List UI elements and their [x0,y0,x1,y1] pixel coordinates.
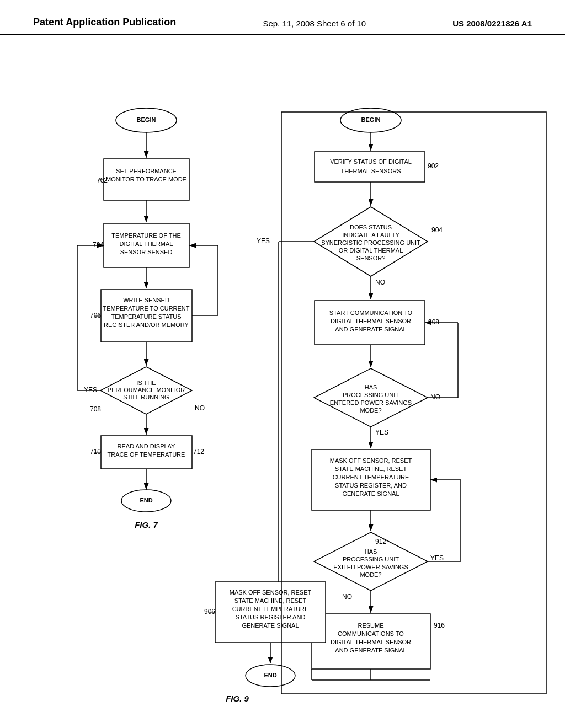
fig9-916-line2: COMMUNICATIONS TO [338,630,404,637]
fig7-label710: 710 [90,448,101,456]
flowchart-svg: BEGIN SET PERFORMANCE MONITOR TO TRACE M… [0,40,565,702]
fig9-begin-label: BEGIN [361,116,381,123]
fig9-906-line5: GENERATE SIGNAL [242,622,299,629]
fig7-begin-label: BEGIN [137,116,156,123]
fig7-yes: YES [84,386,97,394]
page: Patent Application Publication Sep. 11, … [0,0,565,728]
fig7-710-line1: READ AND DISPLAY [118,443,176,449]
fig9-916-line3: DIGITAL THERMAL SENSOR [331,639,411,645]
fig9-904-line2: INDICATE A FAULTY [342,232,399,238]
fig9-912-line2: PROCESSING UNIT [343,556,399,563]
fig9-caption: FIG. 9 [226,694,249,702]
fig7-706-line3: TEMPERATURE STATUS [111,313,181,320]
fig9-910-line2: PROCESSING UNIT [343,392,399,398]
fig7-704-line1: TEMPERATURE OF THE [111,232,181,239]
fig7-708-line1: IS THE [136,379,156,386]
fig9-911-line3: CURRENT TEMPERATURE [333,474,409,480]
fig9-906-line1: MASK OFF SENSOR, RESET [230,589,312,596]
fig9-label906: 906 [204,608,215,615]
fig9-904-no: NO [375,279,385,286]
fig9-910-line3: ENTERED POWER SAVINGS [330,399,412,406]
header-patent-number: US 2008/0221826 A1 [452,19,532,28]
fig9-label908: 908 [428,318,439,326]
fig7-label712: 712 [193,448,204,456]
fig9-904-yes: YES [257,237,270,245]
fig7-708-line2: PERFORMANCE MONITOR [108,387,185,393]
fig7-caption: FIG. 7 [135,520,158,529]
header: Patent Application Publication Sep. 11, … [0,0,565,35]
fig9-910-line1: HAS [365,384,377,390]
fig7-706-line4: REGISTER AND/OR MEMORY [104,322,189,328]
fig9-911-line5: GENERATE SIGNAL [342,490,399,497]
fig9-912-line3: EXITED POWER SAVINGS [333,564,408,570]
fig7-end-label: END [140,497,152,504]
fig9-label902: 902 [428,162,439,170]
fig9-908-line2: DIGITAL THERMAL SENSOR [331,318,411,324]
fig7-708-line3: STILL RUNNING [123,394,169,400]
fig7-704-line2: DIGITAL THERMAL [120,240,173,247]
fig7-706-line2: TEMPERATURE TO CURRENT [103,305,189,312]
fig7-702-line2: MONITOR TO TRACE MODE [106,176,186,183]
fig9-911-line4: STATUS REGISTER, AND [335,482,407,489]
fig7-706-line1: WRITE SENSED [123,297,169,303]
fig9-912-line1: HAS [365,548,377,555]
fig9-911-line2: STATE MACHINE, RESET [335,465,407,472]
fig9-904-line3: SYNERGISTIC PROCESSING UNIT [321,239,420,246]
fig9-908-line1: START COMMUNICATION TO [329,309,413,316]
fig9-904-line5: SENSOR? [356,255,386,261]
fig7-no: NO [195,404,205,412]
fig9-902-line1: VERIFY STATUS OF DIGITAL [330,158,412,165]
fig9-label916: 916 [434,622,445,629]
fig7-label704: 704 [93,241,104,249]
fig9-904-line1: DOES STATUS [350,224,392,231]
fig9-916-line1: RESUME [358,622,383,629]
fig9-910-yes: YES [375,429,388,436]
fig7-710-line2: TRACE OF TEMPERATURE [108,451,185,458]
fig9-906-line3: CURRENT TEMPERATURE [232,606,309,612]
fig7-label708: 708 [90,405,101,413]
fig9-label910: NO [430,393,440,401]
fig9-912-line4: MODE? [360,571,381,578]
fig9-902-line2: THERMAL SENSORS [340,168,401,174]
fig9-912-yes: YES [430,554,444,562]
fig9-906-line4: STATUS REGISTER AND [236,614,306,620]
fig9-916-line4: AND GENERATE SIGNAL [335,647,406,654]
fig9-label912: 912 [375,538,386,545]
fig9-end-label: END [264,672,276,678]
fig9-910-line4: MODE? [360,407,381,414]
fig9-912-no: NO [342,593,352,601]
fig9-908-line3: AND GENERATE SIGNAL [335,326,406,333]
header-date-sheet: Sep. 11, 2008 Sheet 6 of 10 [263,19,366,28]
header-publication: Patent Application Publication [33,17,176,28]
fig9-904-line4: OR DIGITAL THERMAL [339,247,403,254]
diagram-area: BEGIN SET PERFORMANCE MONITOR TO TRACE M… [0,40,565,702]
svg-rect-26 [315,152,425,182]
fig7-704-line3: SENSOR SENSED [120,249,173,255]
fig7-label706: 706 [90,312,101,319]
fig9-label904: 904 [431,226,443,234]
fig7-702-line1: SET PERFORMANCE [116,168,177,174]
fig9-911-line1: MASK OFF SENSOR, RESET [330,457,412,464]
fig7-label702: 702 [97,176,108,184]
fig9-906-line2: STATE MACHINE, RESET [234,597,307,604]
